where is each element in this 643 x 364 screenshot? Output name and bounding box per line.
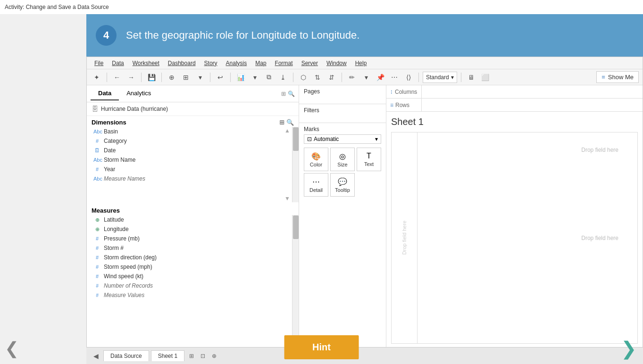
grid-icon[interactable]: ⊞	[279, 119, 284, 126]
pages-label: Pages	[304, 88, 381, 95]
sort-icon[interactable]: ⊞	[281, 91, 286, 97]
duplicate-sheet-btn[interactable]: ⊡	[198, 351, 208, 361]
tab-data[interactable]: Data	[91, 87, 119, 100]
field-num-records[interactable]: # Number of Records	[87, 281, 299, 290]
drop-hint-top: Drop field here	[581, 147, 618, 153]
save-button[interactable]: 💾	[145, 71, 158, 83]
toolbar-sep-3	[161, 73, 162, 82]
toolbar-sep-6	[293, 73, 293, 82]
show-me-button[interactable]: ≡ Show Me	[596, 71, 639, 83]
menu-window[interactable]: Window	[323, 59, 351, 67]
hash-icon-records: #	[93, 283, 101, 289]
pin-btn[interactable]: 📌	[374, 71, 386, 83]
tooltip-button[interactable]: 💬 Tooltip	[330, 173, 355, 197]
search-icon[interactable]: 🔍	[288, 91, 295, 97]
menu-story[interactable]: Story	[200, 59, 221, 67]
field-category[interactable]: # Category	[87, 136, 299, 146]
sort-asc-btn[interactable]: ⇅	[311, 71, 324, 83]
label-btn[interactable]: ⟨⟩	[402, 71, 415, 83]
sparkle-icon[interactable]: ✦	[91, 71, 103, 83]
field-year[interactable]: # Year	[87, 165, 299, 174]
show-me-icon: ≡	[601, 74, 605, 81]
field-name-storm-dir: Storm direction (deg)	[104, 254, 157, 261]
back-button[interactable]: ←	[111, 71, 123, 83]
toolbar-sep-2	[141, 73, 142, 82]
data-analytics-tabs: Data Analytics ⊞ 🔍	[87, 85, 299, 102]
datasource-tab[interactable]: Data Source	[103, 350, 149, 361]
abc-icon-basin: Abc	[93, 129, 101, 134]
duplicate-btn[interactable]: ⧉	[263, 71, 275, 83]
field-storm-dir[interactable]: # Storm direction (deg)	[87, 253, 299, 262]
color-button[interactable]: 🎨 Color	[304, 148, 328, 171]
field-date[interactable]: 🗓 Date	[87, 146, 299, 155]
search-dim-icon[interactable]: 🔍	[286, 119, 294, 126]
scroll-down-arrow[interactable]: ▼	[284, 195, 291, 202]
field-name-year: Year	[104, 166, 115, 173]
nav-next-button[interactable]: ❯	[615, 334, 643, 363]
connect-button[interactable]: ⊞	[180, 71, 192, 83]
chart-btn-2[interactable]: ▾	[249, 71, 261, 83]
pen-btn[interactable]: ✏	[346, 71, 358, 83]
hash-icon-wind: #	[93, 273, 101, 279]
measures-label: Measures	[92, 207, 120, 214]
field-latitude[interactable]: ⊕ Latitude	[87, 215, 299, 224]
menu-dashboard[interactable]: Dashboard	[164, 59, 200, 67]
menu-map[interactable]: Map	[251, 59, 270, 67]
field-wind-speed[interactable]: # Wind speed (kt)	[87, 272, 299, 281]
forward-button[interactable]: →	[125, 71, 137, 83]
field-basin[interactable]: Abc Basin	[87, 127, 299, 136]
nav-prev-button[interactable]: ❮	[0, 334, 24, 363]
sheet1-tab[interactable]: Sheet 1	[151, 350, 184, 361]
dropdown-btn[interactable]: ▾	[194, 71, 206, 83]
text-icon: T	[367, 152, 371, 160]
abc-icon-measure-names: Abc	[93, 176, 101, 182]
field-name-storm-speed: Storm speed (mph)	[104, 264, 152, 270]
chart-btn[interactable]: 📊	[234, 71, 247, 83]
size-button[interactable]: ◎ Size	[330, 148, 355, 171]
undo-button[interactable]: ↩	[214, 71, 226, 83]
group-btn[interactable]: ⋯	[388, 71, 401, 83]
new-datasource-button[interactable]: ⊕	[166, 71, 178, 83]
tab-extra-btn[interactable]: ⊕	[209, 351, 219, 361]
hint-button[interactable]: Hint	[284, 335, 359, 359]
pen-dropdown[interactable]: ▾	[360, 71, 372, 83]
hash-icon-storm-num: #	[93, 245, 101, 251]
field-measure-names[interactable]: Abc Measure Names	[87, 174, 299, 183]
meas-scrollbar-track	[292, 215, 299, 348]
menu-format[interactable]: Format	[271, 59, 297, 67]
menu-help[interactable]: Help	[351, 59, 371, 67]
standard-chevron: ▾	[451, 74, 454, 81]
lasso-btn[interactable]: ⬡	[297, 71, 309, 83]
data-source-row: 🗄 Hurricane Data (hurricane)	[87, 102, 299, 116]
menu-analysis[interactable]: Analysis	[222, 59, 251, 67]
screen-btn[interactable]: ⬜	[479, 71, 492, 83]
tooltip-label: Tooltip	[335, 187, 350, 193]
tab-analytics[interactable]: Analytics	[119, 87, 159, 100]
field-storm-name[interactable]: Abc Storm Name	[87, 155, 299, 165]
drop-zone-main[interactable]: Drop field here Drop field here	[418, 132, 637, 343]
drop-zone-left[interactable]: Drop field here	[392, 132, 418, 343]
detail-button[interactable]: ⋯ Detail	[304, 173, 328, 197]
menu-server[interactable]: Server	[298, 59, 322, 67]
add-sheet-btn[interactable]: ⊞	[186, 351, 197, 361]
nav-left-btn[interactable]: ◀	[90, 350, 101, 362]
toolbar-sep-4	[210, 73, 210, 82]
detail-icon: ⋯	[312, 177, 320, 186]
menu-file[interactable]: File	[91, 59, 107, 67]
marks-type-dropdown[interactable]: ⊡ Automatic ▾	[304, 134, 381, 144]
field-storm-num[interactable]: # Storm #	[87, 243, 299, 253]
field-measure-values[interactable]: # Measure Values	[87, 290, 299, 300]
geo-icon-longitude: ⊕	[93, 226, 101, 232]
menu-worksheet[interactable]: Worksheet	[129, 59, 163, 67]
export-btn[interactable]: ⤓	[277, 71, 289, 83]
sort-desc-btn[interactable]: ⇵	[326, 71, 338, 83]
standard-dropdown[interactable]: Standard ▾	[423, 72, 457, 83]
color-label: Color	[310, 162, 322, 167]
menu-data[interactable]: Data	[108, 59, 127, 67]
text-button[interactable]: T Text	[357, 148, 381, 171]
field-longitude[interactable]: ⊕ Longitude	[87, 224, 299, 234]
device-btn[interactable]: 🖥	[465, 71, 477, 83]
field-pressure[interactable]: # Pressure (mb)	[87, 234, 299, 243]
field-storm-speed[interactable]: # Storm speed (mph)	[87, 262, 299, 272]
scroll-up-arrow[interactable]: ▲	[284, 127, 291, 134]
